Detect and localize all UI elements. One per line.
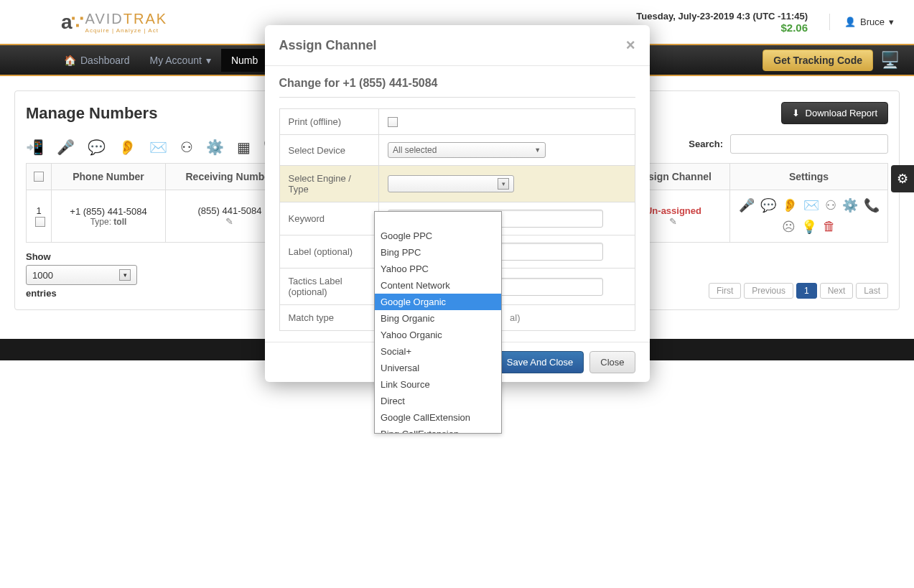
save-and-close-button[interactable]: Save And Close: [496, 351, 584, 360]
dropdown-item[interactable]: Content Network: [375, 277, 501, 294]
dropdown-item[interactable]: Google PPC: [375, 228, 501, 244]
close-icon[interactable]: ×: [626, 36, 635, 55]
dropdown-item[interactable]: Bing PPC: [375, 244, 501, 261]
dropdown-item[interactable]: Yahoo Organic: [375, 327, 501, 343]
chevron-down-icon: ▾: [498, 178, 509, 190]
modal-title: Assign Channel: [279, 38, 377, 53]
label-label-optional: Label (optional): [279, 235, 379, 269]
close-button[interactable]: Close: [589, 351, 635, 360]
chevron-down-icon: ▼: [534, 146, 541, 154]
dropdown-item[interactable]: Social+: [375, 343, 501, 360]
label-match-type: Match type: [279, 305, 379, 331]
modal-subtitle: Change for +1 (855) 441-5084: [279, 77, 635, 98]
engine-type-dropdown-list: Google PPCBing PPCYahoo PPCContent Netwo…: [374, 211, 502, 360]
label-select-engine: Select Engine / Type: [279, 166, 379, 202]
dropdown-item[interactable]: Universal: [375, 360, 501, 360]
dropdown-item[interactable]: Google Organic: [375, 294, 501, 310]
label-select-device: Select Device: [279, 135, 379, 166]
label-keyword: Keyword: [279, 202, 379, 235]
label-print-offline: Print (offline): [279, 109, 379, 135]
select-device-dropdown[interactable]: All selected ▼: [388, 142, 546, 158]
dropdown-item[interactable]: Yahoo PPC: [375, 261, 501, 277]
select-engine-dropdown[interactable]: ▾: [388, 175, 514, 192]
label-tactics: Tactics Label (optional): [279, 269, 379, 305]
dropdown-item-blank[interactable]: [375, 212, 501, 228]
match-hint: al): [510, 312, 520, 323]
device-value: All selected: [393, 145, 437, 155]
dropdown-item[interactable]: Bing Organic: [375, 310, 501, 327]
print-offline-checkbox[interactable]: [388, 117, 398, 127]
